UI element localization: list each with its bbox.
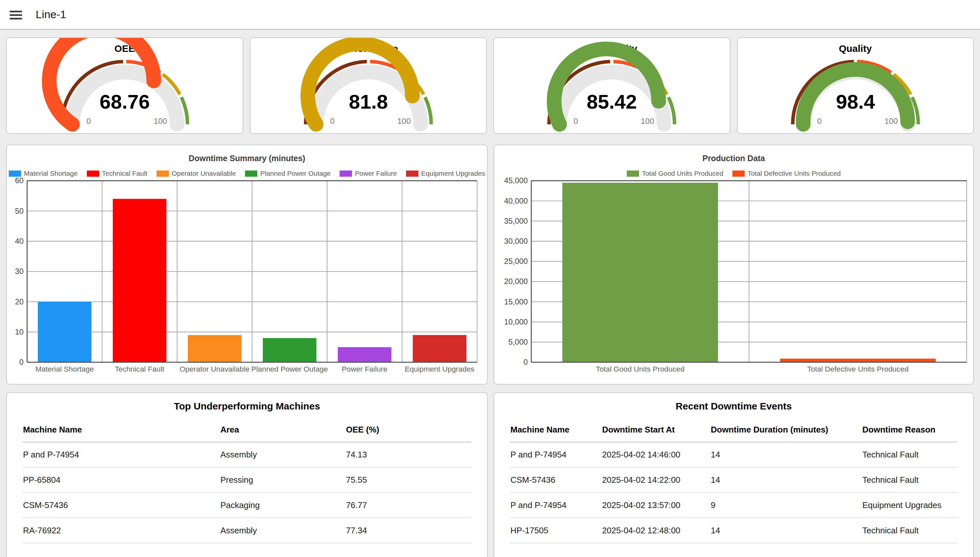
table-cell: Pressing bbox=[220, 467, 346, 492]
y-axis-tick-label: 0 bbox=[523, 358, 528, 366]
table-cell: Equipment Upgrades bbox=[862, 492, 957, 518]
x-axis-category-label: Total Defective Units Produced bbox=[807, 365, 909, 373]
table-cell: CSM-57436 bbox=[23, 492, 220, 518]
y-axis-tick-label: 25,000 bbox=[504, 257, 528, 265]
y-axis-tick-label: 60 bbox=[15, 176, 24, 185]
table-cell: Technical Fault bbox=[862, 518, 957, 543]
gauge-card-oee: OEE 68.760100 bbox=[6, 37, 244, 134]
y-axis-tick-label: 30 bbox=[15, 267, 24, 275]
table-cell: P and P-74954 bbox=[23, 442, 220, 467]
table-cell: Assembly bbox=[220, 518, 346, 543]
production-data-chart-card: Production Data Total Good Units Produce… bbox=[494, 145, 974, 384]
y-axis-tick-label: 30,000 bbox=[504, 237, 528, 246]
y-axis-tick-label: 5,000 bbox=[509, 337, 528, 346]
table-cell: CSM-57436 bbox=[510, 467, 602, 492]
availability-gauge: 85.420100 bbox=[494, 38, 730, 133]
table-cell: 77.34 bbox=[345, 518, 471, 543]
table-cell: Packaging bbox=[220, 492, 346, 518]
table-cell: P and P-74954 bbox=[510, 492, 602, 518]
column-header: Downtime Start At bbox=[602, 418, 710, 442]
table-cell: 14 bbox=[710, 467, 862, 492]
table-cell: 14 bbox=[710, 518, 862, 543]
quality-gauge: 98.40100 bbox=[738, 38, 973, 133]
bar-technical-fault[interactable] bbox=[113, 199, 166, 362]
downtime-events-table: Machine NameDowntime Start AtDowntime Du… bbox=[510, 418, 957, 543]
gauge-row: OEE 68.760100 Performance 81.80100 Avail… bbox=[6, 37, 974, 134]
y-axis-tick-label: 20,000 bbox=[504, 277, 528, 286]
table-cell: PP-65804 bbox=[23, 467, 220, 492]
gauge-value: 81.8 bbox=[349, 90, 388, 113]
bar-power-failure[interactable] bbox=[338, 347, 391, 363]
x-axis-category-label: Total Good Units Produced bbox=[596, 365, 684, 373]
table-row: RA-76922Assembly77.34 bbox=[23, 518, 471, 543]
oee-gauge: 68.760100 bbox=[7, 38, 243, 133]
downtime-bar-chart: 0102030405060Material ShortageTechnical … bbox=[7, 145, 487, 384]
table-cell: 76.77 bbox=[345, 492, 471, 518]
y-axis-tick-label: 35,000 bbox=[504, 217, 528, 225]
x-axis-category-label: Technical Fault bbox=[115, 365, 165, 373]
table-cell: HP-17505 bbox=[510, 518, 602, 543]
gauge-max-label: 100 bbox=[397, 117, 411, 125]
table-cell: Assembly bbox=[220, 442, 346, 467]
table-cell: 74.13 bbox=[345, 442, 471, 467]
table-row: P and P-74954Assembly74.13 bbox=[23, 442, 471, 467]
table-row: CSM-57436Packaging76.77 bbox=[23, 492, 471, 518]
downtime-summary-chart-card: Downtime Summary (minutes) Material Shor… bbox=[6, 145, 488, 384]
table-cell: 2025-04-02 12:48:00 bbox=[602, 518, 710, 543]
page-title: Line-1 bbox=[36, 0, 67, 29]
bar-operator-unavailable[interactable] bbox=[188, 335, 241, 362]
y-axis-tick-label: 10 bbox=[15, 327, 24, 336]
bar-planned-power-outage[interactable] bbox=[263, 338, 316, 363]
y-axis-tick-label: 40,000 bbox=[504, 197, 528, 205]
performance-gauge: 81.80100 bbox=[250, 38, 486, 133]
gauge-max-label: 100 bbox=[884, 117, 898, 125]
gauge-value: 68.76 bbox=[99, 90, 150, 113]
downtime-events-table-title: Recent Downtime Events bbox=[510, 401, 957, 412]
table-row: P and P-749542025-04-02 14:46:0014Techni… bbox=[510, 442, 957, 467]
gauge-card-quality: Quality 98.40100 bbox=[737, 37, 974, 134]
table-row: P and P-749542025-04-02 13:57:009Equipme… bbox=[510, 492, 957, 518]
column-header: OEE (%) bbox=[345, 418, 471, 442]
table-cell: P and P-74954 bbox=[510, 442, 602, 467]
underperforming-machines-table: Machine NameAreaOEE (%)P and P-74954Asse… bbox=[23, 418, 471, 543]
table-cell: RA-76922 bbox=[23, 518, 220, 543]
production-bar-chart: 05,00010,00015,00020,00025,00030,00035,0… bbox=[494, 145, 973, 384]
bar-equipment-upgrades[interactable] bbox=[413, 335, 466, 362]
column-header: Downtime Duration (minutes) bbox=[710, 418, 862, 442]
gauge-min-label: 0 bbox=[86, 117, 91, 125]
hamburger-menu-icon[interactable] bbox=[10, 11, 22, 20]
y-axis-tick-label: 10,000 bbox=[504, 318, 528, 326]
table-row: HP-175052025-04-02 12:48:0014Technical F… bbox=[510, 518, 957, 543]
table-row: PP-65804Pressing75.55 bbox=[23, 467, 471, 492]
table-cell: 9 bbox=[710, 492, 862, 518]
bar-total-defective-units-produced[interactable] bbox=[780, 358, 936, 362]
bar-total-good-units-produced[interactable] bbox=[562, 183, 718, 363]
table-cell: 14 bbox=[710, 442, 862, 467]
table-header-row: Machine NameAreaOEE (%) bbox=[23, 418, 471, 442]
gauge-min-label: 0 bbox=[817, 117, 822, 125]
underperforming-table-title: Top Underperforming Machines bbox=[23, 401, 471, 412]
x-axis-category-label: Power Failure bbox=[342, 365, 388, 373]
column-header: Machine Name bbox=[510, 418, 602, 442]
bar-material-shortage[interactable] bbox=[38, 302, 91, 363]
y-axis-tick-label: 15,000 bbox=[504, 297, 528, 306]
table-row: Top Underperforming Machines Machine Nam… bbox=[6, 392, 974, 557]
table-cell: 2025-04-02 14:46:00 bbox=[602, 442, 710, 467]
gauge-value: 98.4 bbox=[836, 90, 875, 113]
gauge-card-availability: Availability 85.420100 bbox=[493, 37, 730, 134]
y-axis-tick-label: 0 bbox=[19, 358, 23, 366]
table-header-row: Machine NameDowntime Start AtDowntime Du… bbox=[510, 418, 957, 442]
gauge-min-label: 0 bbox=[574, 117, 578, 125]
table-cell: Technical Fault bbox=[862, 442, 957, 467]
top-app-bar: Line-1 bbox=[0, 0, 980, 30]
downtime-events-card: Recent Downtime Events Machine NameDownt… bbox=[494, 392, 974, 557]
table-cell: 2025-04-02 13:57:00 bbox=[602, 492, 710, 518]
table-row: CSM-574362025-04-02 14:22:0014Technical … bbox=[510, 467, 957, 492]
column-header: Machine Name bbox=[23, 418, 220, 442]
gauge-min-label: 0 bbox=[330, 117, 335, 125]
chart-row: Downtime Summary (minutes) Material Shor… bbox=[6, 145, 974, 384]
table-cell: 2025-04-02 14:22:00 bbox=[602, 467, 710, 492]
y-axis-tick-label: 40 bbox=[15, 237, 24, 246]
column-header: Area bbox=[220, 418, 346, 442]
x-axis-category-label: Material Shortage bbox=[35, 365, 94, 373]
